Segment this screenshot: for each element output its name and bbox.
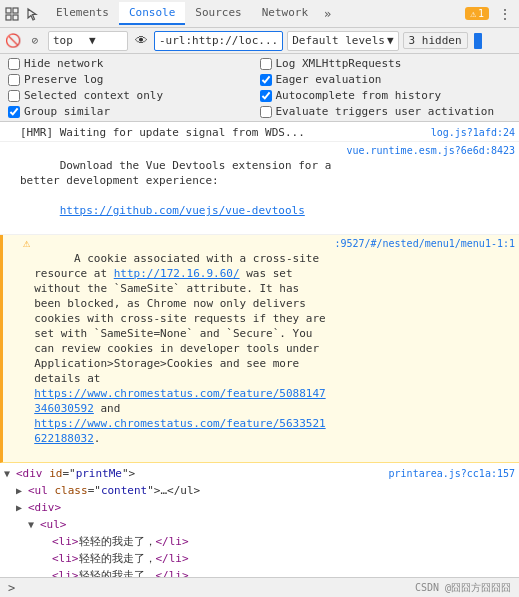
inspect-icon[interactable] [4, 6, 20, 22]
vue-source[interactable]: vue.runtime.esm.js?6e6d:8423 [346, 143, 515, 158]
dom-line-2[interactable]: ▶<div> [4, 499, 200, 516]
warning-icon: ⚠ [470, 8, 476, 19]
checkbox-col-right: Log XMLHttpRequests Eager evaluation Aut… [260, 57, 512, 118]
checkbox-preserve-log: Preserve log [8, 73, 260, 86]
tab-network[interactable]: Network [252, 2, 318, 25]
cookie-resource-link[interactable]: http://172.16.9.60/ [114, 267, 240, 280]
expand-triangle-3[interactable]: ▼ [28, 516, 40, 533]
hmr-text: [HMR] Waiting for update signal from WDS… [20, 125, 423, 140]
clear-icon[interactable]: 🚫 [4, 32, 22, 50]
svg-rect-3 [13, 15, 18, 20]
evaluate-triggers-label: Evaluate triggers user activation [276, 105, 495, 118]
context-chevron: ▼ [89, 34, 123, 47]
checkbox-hide-network: Hide network [8, 57, 260, 70]
group-similar-checkbox[interactable] [8, 106, 20, 118]
console-prompt: > [8, 581, 15, 595]
filter-text: -url:http://loc... [159, 34, 278, 47]
checkbox-evaluate-triggers: Evaluate triggers user activation [260, 105, 512, 118]
log-line-vue: Download the Vue Devtools extension for … [0, 142, 519, 235]
levels-label: Default levels [292, 34, 385, 47]
dom-tree-content: ▼<div id="printMe"> ▶<ul class="content"… [4, 465, 200, 577]
eager-eval-checkbox[interactable] [260, 74, 272, 86]
devtools-icons [4, 6, 40, 22]
stop-icon[interactable]: ⊘ [26, 32, 44, 50]
warning-badge[interactable]: ⚠ 1 [465, 7, 489, 20]
hidden-count-badge[interactable]: 3 hidden [403, 32, 468, 49]
cursor-icon[interactable] [24, 6, 40, 22]
toolbar: 🚫 ⊘ top ▼ 👁 -url:http://loc... Default l… [0, 28, 519, 54]
log-line-warning: ⚠ A cookie associated with a cross-site … [0, 235, 519, 463]
svg-rect-0 [6, 8, 11, 13]
eye-icon[interactable]: 👁 [132, 32, 150, 50]
warning-text: A cookie associated with a cross-site re… [34, 236, 326, 461]
context-select[interactable]: top ▼ [48, 31, 128, 51]
triangle-placeholder-6 [40, 567, 52, 577]
svg-rect-1 [13, 8, 18, 13]
tab-bar-right: ⚠ 1 ⋮ [465, 4, 515, 24]
autocomplete-checkbox[interactable] [260, 90, 272, 102]
preserve-log-checkbox[interactable] [8, 74, 20, 86]
blue-indicator [474, 33, 482, 49]
checkbox-group-similar: Group similar [8, 105, 260, 118]
log-line-hmr: [HMR] Waiting for update signal from WDS… [0, 124, 519, 142]
dom-source-link[interactable]: printarea.js?cc1a:157 [389, 465, 515, 482]
expand-triangle-0[interactable]: ▼ [4, 465, 16, 482]
selected-context-label: Selected context only [24, 89, 163, 102]
expand-triangle-2[interactable]: ▶ [16, 499, 28, 516]
watermark: CSDN @囧囧方囧囧囧 [415, 581, 511, 595]
vue-devtools-link[interactable]: https://github.com/vuejs/vue-devtools [60, 204, 305, 217]
selected-context-checkbox[interactable] [8, 90, 20, 102]
dom-line-1[interactable]: ▶<ul class="content">…</ul> [4, 482, 200, 499]
filter-input[interactable]: -url:http://loc... [154, 31, 283, 51]
warning-count: 1 [478, 8, 484, 19]
checkbox-col-left: Hide network Preserve log Selected conte… [8, 57, 260, 118]
tab-sources[interactable]: Sources [185, 2, 251, 25]
eager-eval-label: Eager evaluation [276, 73, 382, 86]
checkbox-selected-context: Selected context only [8, 89, 260, 102]
warning-triangle-icon: ⚠ [23, 236, 30, 251]
autocomplete-label: Autocomplete from history [276, 89, 442, 102]
dom-line-5[interactable]: <li>轻轻的我走了，</li> [4, 550, 200, 567]
dom-line-0[interactable]: ▼<div id="printMe"> [4, 465, 200, 482]
console-output: [HMR] Waiting for update signal from WDS… [0, 122, 519, 577]
checkbox-autocomplete: Autocomplete from history [260, 89, 512, 102]
svg-rect-2 [6, 15, 11, 20]
dom-line-4[interactable]: <li>轻轻的我走了，</li> [4, 533, 200, 550]
dom-line-6[interactable]: <li>轻轻的我走了，</li> [4, 567, 200, 577]
settings-icon[interactable]: ⋮ [495, 4, 515, 24]
warning-source[interactable]: :9527/#/nested/menu1/menu1-1:1 [334, 236, 515, 251]
chromestatus-link2[interactable]: https://www.chromestatus.com/feature/563… [34, 417, 325, 445]
dom-line-3[interactable]: ▼<ul> [4, 516, 200, 533]
checkbox-options: Hide network Preserve log Selected conte… [0, 54, 519, 122]
chromestatus-link1[interactable]: https://www.chromestatus.com/feature/508… [34, 387, 325, 415]
tab-more[interactable]: » [318, 3, 337, 25]
preserve-log-label: Preserve log [24, 73, 103, 86]
hmr-source[interactable]: log.js?1afd:24 [431, 125, 515, 140]
vue-text: Download the Vue Devtools extension for … [20, 143, 338, 233]
console-input[interactable] [23, 582, 415, 594]
hide-network-label: Hide network [24, 57, 103, 70]
checkbox-eager-eval: Eager evaluation [260, 73, 512, 86]
expand-triangle-1[interactable]: ▶ [16, 482, 28, 499]
hide-network-checkbox[interactable] [8, 58, 20, 70]
triangle-placeholder-4 [40, 533, 52, 550]
evaluate-triggers-checkbox[interactable] [260, 106, 272, 118]
tab-console[interactable]: Console [119, 2, 185, 25]
checkbox-log-xhr: Log XMLHttpRequests [260, 57, 512, 70]
log-xhr-checkbox[interactable] [260, 58, 272, 70]
levels-select[interactable]: Default levels ▼ [287, 31, 398, 51]
checkbox-cols: Hide network Preserve log Selected conte… [8, 57, 511, 118]
group-similar-label: Group similar [24, 105, 110, 118]
bottom-bar: > CSDN @囧囧方囧囧囧 [0, 577, 519, 597]
levels-chevron: ▼ [387, 34, 394, 47]
triangle-placeholder-5 [40, 550, 52, 567]
context-value: top [53, 34, 87, 47]
tab-bar: Elements Console Sources Network » ⚠ 1 ⋮ [0, 0, 519, 28]
log-xhr-label: Log XMLHttpRequests [276, 57, 402, 70]
dom-tree: ▼<div id="printMe"> ▶<ul class="content"… [0, 463, 519, 577]
tab-elements[interactable]: Elements [46, 2, 119, 25]
